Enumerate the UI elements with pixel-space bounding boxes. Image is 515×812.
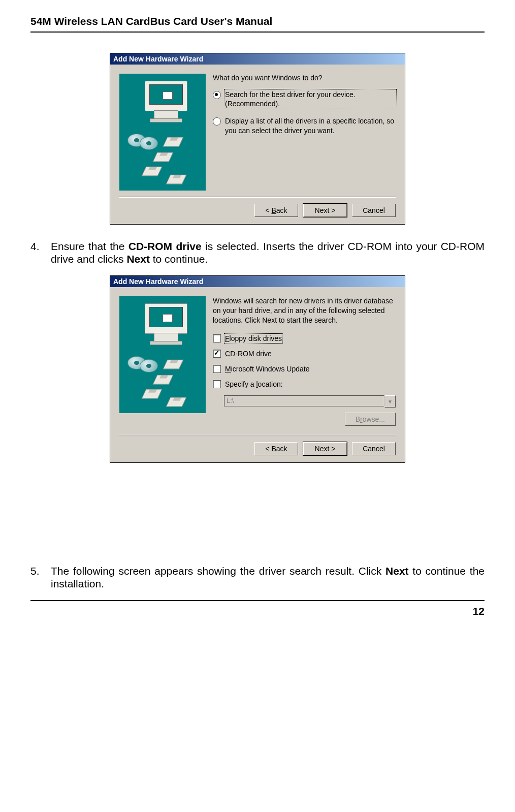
next-button[interactable]: Next > [303, 442, 347, 455]
back-button[interactable]: < Back [254, 442, 298, 455]
check-windows-update[interactable]: Microsoft Windows Update [213, 365, 396, 373]
dialog2-titlebar: Add New Hardware Wizard [110, 276, 405, 287]
check-cdrom-label: CD-ROM drive [225, 350, 272, 358]
checkbox-icon [213, 365, 221, 373]
radio-search-best[interactable]: Search for the best driver for your devi… [213, 90, 396, 108]
dialog2: Add New Hardware Wizard Windows will sea… [110, 275, 405, 463]
monitor-icon [145, 81, 187, 111]
floppy-icon [166, 175, 187, 184]
step5-content: The following screen appears showing the… [51, 565, 485, 590]
cancel-button[interactable]: Cancel [352, 442, 396, 455]
dialog1-graphic [119, 74, 206, 191]
dialog1-container: Add New Hardware Wizard What do you want… [30, 53, 485, 225]
checkbox-icon [213, 350, 221, 358]
monitor-foot-icon [150, 341, 182, 345]
page-number: 12 [30, 605, 485, 617]
check-specify-location-label: Specify a location: [225, 380, 283, 388]
next-button[interactable]: Next > [303, 204, 347, 217]
checkbox-icon [213, 334, 221, 342]
header-rule [30, 32, 485, 33]
location-input: L:\ [224, 395, 384, 407]
browse-row: Browse... [213, 413, 396, 426]
footer-rule [30, 600, 485, 601]
step4-content: Ensure that the CD-ROM drive is selected… [51, 240, 485, 265]
dialog2-body: Windows will search for new drivers in i… [110, 287, 405, 435]
radio-icon [213, 117, 221, 126]
floppy-icon [153, 375, 174, 384]
dialog2-right: Windows will search for new drivers in i… [213, 296, 396, 429]
location-dropdown-button: ▼ [384, 395, 396, 408]
check-floppy[interactable]: Floppy disk drives [213, 334, 396, 342]
dialog1-body: What do you want Windows to do? Search f… [110, 65, 405, 197]
floppy-icon [153, 152, 174, 162]
check-cdrom[interactable]: CD-ROM drive [213, 350, 396, 358]
cd-icon [140, 359, 158, 372]
check-windows-update-label: Microsoft Windows Update [225, 365, 310, 373]
floppy-icon [163, 360, 184, 369]
location-input-row: L:\ ▼ [224, 395, 396, 408]
dialog1-buttons: < Back Next > Cancel [110, 198, 405, 224]
step4-num: 4. [30, 240, 44, 265]
step5-num: 5. [30, 565, 44, 590]
step4-text: 4. Ensure that the CD-ROM drive is selec… [30, 240, 485, 265]
cd-icon [140, 137, 158, 150]
radio-search-best-label: Search for the best driver for your devi… [225, 90, 396, 108]
dialog2-info: Windows will search for new drivers in i… [213, 296, 396, 325]
radio-icon [213, 91, 221, 99]
floppy-icon [163, 137, 184, 146]
check-specify-location[interactable]: Specify a location: [213, 380, 396, 388]
floppy-icon [142, 389, 163, 398]
cancel-button[interactable]: Cancel [352, 204, 396, 217]
dialog1-right: What do you want Windows to do? Search f… [213, 74, 396, 191]
step5-text: 5. The following screen appears showing … [30, 565, 485, 590]
check-floppy-label: Floppy disk drives [225, 334, 282, 342]
browse-button: Browse... [345, 413, 396, 426]
dialog2-graphic [119, 296, 206, 413]
monitor-foot-icon [150, 118, 182, 122]
radio-display-list-label: Display a list of all the drivers in a s… [225, 116, 396, 135]
dialog1: Add New Hardware Wizard What do you want… [110, 53, 405, 225]
back-button[interactable]: < Back [254, 204, 298, 217]
monitor-icon [145, 303, 187, 334]
dialog2-buttons: < Back Next > Cancel [110, 436, 405, 462]
dialog1-question: What do you want Windows to do? [213, 74, 396, 82]
floppy-icon [166, 397, 187, 407]
radio-display-list[interactable]: Display a list of all the drivers in a s… [213, 116, 396, 135]
floppy-icon [142, 167, 163, 176]
checkbox-icon [213, 380, 221, 388]
dialog2-container: Add New Hardware Wizard Windows will sea… [30, 275, 485, 463]
dialog1-titlebar: Add New Hardware Wizard [110, 53, 405, 65]
page-header: 54M Wireless LAN CardBus Card User's Man… [30, 15, 485, 27]
spacer [30, 478, 485, 559]
